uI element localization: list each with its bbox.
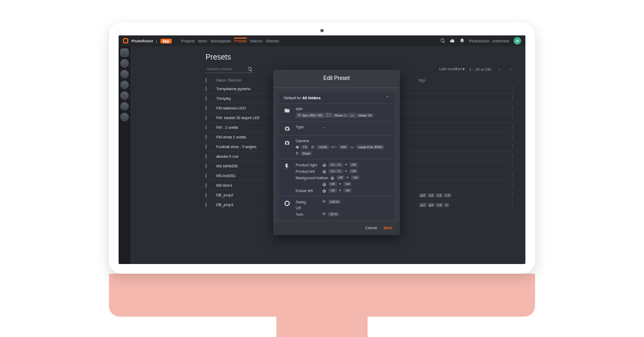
chevron-down-icon[interactable]: ▾ [345,163,347,167]
rail-thumb[interactable] [120,113,129,121]
light-on-value[interactable]: Off [328,182,337,186]
chevron-down-icon[interactable]: ▾ [339,182,341,186]
brand-name: PhotoRobot [131,39,153,43]
turn-label: Turn [296,213,320,216]
power-icon[interactable]: ⏻ [323,163,326,167]
light-on-value[interactable]: On : 71 [328,169,343,173]
light-slider-value[interactable]: Off [351,175,360,180]
account-label[interactable]: PhotoRobot - umtechnic [469,39,509,43]
iso-value[interactable]: 400 [339,145,348,149]
default-scope-label: Default for All folders [284,96,320,100]
calendar-icon: ▭ [350,113,354,118]
rail-thumb[interactable] [120,70,129,78]
nav-shelves[interactable]: Shelves [266,39,279,43]
folder-pill[interactable]: ▭ [348,113,356,118]
app-chip[interactable]: App [160,39,172,43]
cloud-icon[interactable] [450,38,455,43]
aperture-value[interactable]: f 8 [301,145,309,149]
light-on-value[interactable]: On : 71 [328,163,343,167]
swing-label: Swing [296,200,320,204]
avatar[interactable]: ut [514,37,521,45]
left-rail [119,46,130,264]
flash-icon [284,163,290,170]
format-value[interactable]: Large Fine JPEG [356,145,384,149]
cancel-button[interactable]: Cancel [365,226,377,230]
dash-icon: – [323,125,325,129]
light-slider-value[interactable]: Off [343,188,352,193]
light-on-value[interactable]: Off [336,175,345,180]
dialog-title: Edit Preset [273,70,400,84]
power-icon[interactable]: ⏻ [323,182,326,186]
chevron-down-icon[interactable]: ▾ [347,175,349,180]
nav-macros[interactable]: Macros [250,39,262,43]
trigger-value[interactable]: Flash [301,151,312,156]
chevron-down-icon[interactable]: ▾ [339,188,341,193]
light-channel-name: Eraser left [296,189,320,193]
light-channel-name: Product left [296,170,320,173]
motion-icon [284,200,290,207]
folder-pill[interactable]: Rows: 1 [333,113,348,118]
crop-icon: ⛶ [327,113,331,117]
iso-label: ISO [331,145,336,149]
bell-icon[interactable] [459,38,465,43]
rail-thumb[interactable] [120,80,129,89]
light-slider-value[interactable]: Off [349,163,358,167]
light-slider-value[interactable]: Off [349,169,358,173]
aperture-icon: ◉ [296,145,299,149]
app-logo [123,38,128,43]
refresh-icon: ⟳ [323,200,326,204]
refresh-icon: ⟳ [323,212,326,216]
link-icon: ⚲ [296,151,298,156]
nav-presets[interactable]: Presets [234,38,247,43]
chevron-up-icon[interactable]: ⌃ [386,96,389,100]
folder-pill[interactable]: ⛶ [325,113,333,118]
chevron-down-icon[interactable]: ▾ [345,169,347,173]
rail-thumb[interactable] [120,59,129,68]
timer-icon: ⏱ [311,145,314,149]
light-on-value[interactable]: Off [328,188,337,193]
light-channel-name: Product right [296,163,320,167]
camera-label: Camera [296,139,389,143]
rail-thumb[interactable] [120,102,129,111]
search-icon[interactable] [440,38,445,43]
swing-value[interactable]: 120 % [328,200,341,204]
gear-icon [284,126,290,132]
nav-items[interactable]: Items [198,39,207,43]
edit-preset-dialog: Edit Preset Default for All folders [273,70,400,235]
image-icon: ▭ [350,145,354,149]
folder-pill[interactable]: ⟳Spin (360 / 90) [296,113,325,118]
shutter-value[interactable]: 1/125 [317,145,329,149]
rotate-icon: ⟳ [298,113,301,118]
folder-icon [284,107,290,114]
lift-label: Lift [296,206,320,210]
nav-workspaces[interactable]: Workspaces [210,39,231,43]
type-label: Type [296,125,320,129]
power-icon[interactable]: ⏻ [323,170,326,173]
power-icon[interactable]: ⏻ [331,176,334,180]
power-icon[interactable]: ⏻ [323,189,326,193]
rail-slot[interactable] [120,48,129,57]
nav-projects[interactable]: Projects [181,39,195,43]
rail-thumb[interactable] [120,91,129,100]
light-channel-name: Background bottom [296,176,328,180]
folder-name: spin [296,107,320,111]
camera-icon [284,140,290,146]
turn-value[interactable]: 15 % [328,212,339,216]
folder-pill[interactable]: Steps: 24 [356,113,374,118]
light-slider-value[interactable]: Off [343,182,352,186]
save-button[interactable]: Save [384,226,392,230]
